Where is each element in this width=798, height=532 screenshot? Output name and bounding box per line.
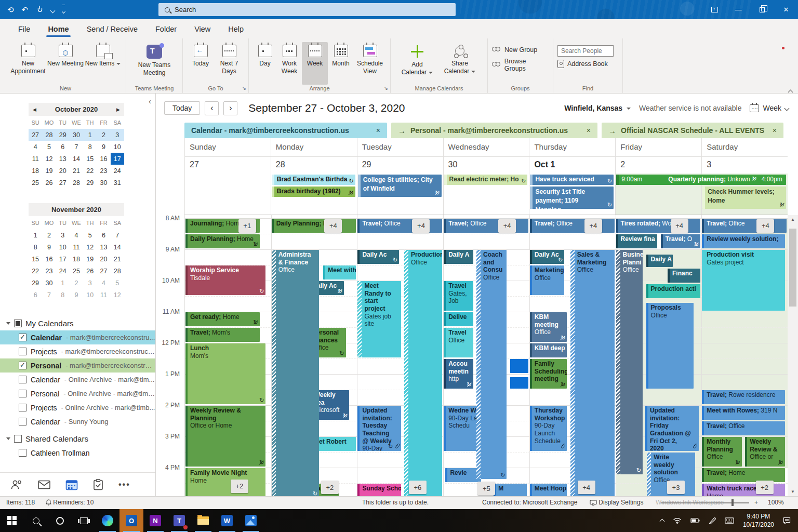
minical-day[interactable]: 31 xyxy=(111,177,124,189)
calendar-event[interactable]: Meet Hoop xyxy=(530,484,567,496)
display-settings-button[interactable]: Display Settings xyxy=(590,499,643,506)
battery-icon[interactable] xyxy=(690,517,700,524)
calendar-tab[interactable]: →Personal - mark@timbercreekconstruction… xyxy=(391,123,597,138)
search-people-input[interactable] xyxy=(557,45,614,57)
calendar-event[interactable]: LunchMom's↻ xyxy=(185,343,265,404)
allday-event[interactable]: Security 1st Title payment; 1109 Manning… xyxy=(530,187,614,209)
allday-event[interactable]: College St utilities; City of Winfield↻ xyxy=(358,175,442,197)
next-month-icon[interactable]: ▶ xyxy=(116,107,120,112)
minical-day[interactable]: 21 xyxy=(111,253,124,265)
calendar-event[interactable]: Revie xyxy=(445,468,481,482)
minical-day[interactable]: 26 xyxy=(42,177,56,189)
minical-day[interactable]: 6 xyxy=(56,141,70,153)
next-week-button[interactable]: › xyxy=(223,101,237,115)
taskbar-outlook[interactable] xyxy=(119,509,143,532)
day-view-button[interactable]: Day xyxy=(253,42,277,85)
tasks-nav-icon[interactable] xyxy=(93,479,103,490)
calendar-event[interactable]: Travel; Mom's xyxy=(185,328,260,342)
calendar-event[interactable]: Get ready; Home↻ xyxy=(185,312,260,326)
tab-home[interactable]: Home xyxy=(39,19,77,38)
new-appointment-button[interactable]: New Appointment xyxy=(9,42,47,85)
minical-day[interactable]: 10 xyxy=(56,241,70,253)
calendar-tab[interactable]: Calendar - mark@timbercreekconstruction.… xyxy=(184,123,387,138)
minical-day[interactable]: 27 xyxy=(56,177,70,189)
calendar-event[interactable]: KBM deep xyxy=(530,343,567,357)
minical-day[interactable]: 2 xyxy=(70,277,83,289)
minical-day[interactable]: 8 xyxy=(29,241,42,253)
taskbar-explorer[interactable] xyxy=(191,509,215,532)
calendar-event[interactable]: Busine PlanniOffice↻ xyxy=(616,250,643,474)
allday-event[interactable]: Brads birthday (1982)↻ xyxy=(272,187,355,197)
calendar-event[interactable]: TravelGates, Job xyxy=(444,281,473,311)
new-items-button[interactable]: New Items xyxy=(84,42,122,85)
calendar-event[interactable]: Coach and ConsuOffice↻ xyxy=(476,250,507,479)
minical-day[interactable]: 23 xyxy=(42,265,56,277)
minical-day[interactable]: 17 xyxy=(56,253,70,265)
undo-icon[interactable]: ↶ xyxy=(22,5,29,15)
calendar-event[interactable]: Meet with xyxy=(323,265,356,280)
calendar-tab[interactable]: →Official NASCAR Schedule - ALL EVENTS× xyxy=(602,123,783,138)
day-header[interactable]: Tuesday xyxy=(357,138,443,156)
minical-day[interactable]: 17 xyxy=(111,153,124,165)
calendar-event[interactable]: Sales & MarketingOffice xyxy=(570,250,615,496)
minical-day[interactable]: 28 xyxy=(70,177,83,189)
calendar-event[interactable]: Weekly Review & PlanningOffice or Home↻ xyxy=(185,406,265,467)
day-header[interactable]: Thursday xyxy=(529,138,615,156)
checkbox[interactable] xyxy=(19,334,26,341)
calendar-list-item[interactable]: Cathleen Trollman xyxy=(0,446,155,460)
checkbox[interactable] xyxy=(19,449,26,457)
minical-day[interactable]: 1 xyxy=(29,229,42,241)
overflow-badge[interactable]: +4 xyxy=(756,219,774,233)
close-button[interactable]: ✕ xyxy=(774,0,798,19)
taskbar-edge[interactable] xyxy=(96,509,119,532)
next-7-days-button[interactable]: Next 7 Days xyxy=(214,42,244,85)
weather-location[interactable]: Winfield, Kansas xyxy=(564,104,631,112)
calendar-event[interactable]: KBM meetingOffice↻ xyxy=(530,312,567,342)
global-search[interactable]: Search xyxy=(158,3,456,16)
calendar-list-item[interactable]: Projects- mark@timbercreekconstructi... xyxy=(0,344,155,358)
calendar-event[interactable]: Review fina xyxy=(616,234,658,248)
reminders-status[interactable]: Reminders: 10 xyxy=(46,499,94,506)
touch-keyboard-icon[interactable] xyxy=(725,517,734,524)
checkbox[interactable] xyxy=(19,376,26,383)
address-book-button[interactable]: Address Book xyxy=(557,60,614,68)
shared-calendars-checkbox[interactable] xyxy=(14,435,22,443)
minical-day[interactable]: 29 xyxy=(83,177,97,189)
month-view-button[interactable]: Month xyxy=(328,42,354,85)
minical-day[interactable]: 24 xyxy=(56,265,70,277)
minical-day[interactable]: 28 xyxy=(111,265,124,277)
time-grid[interactable]: Journaling; HomeDaily Planning; Home↻Wor… xyxy=(184,215,788,496)
minical-day[interactable]: 24 xyxy=(111,165,124,177)
checkbox[interactable] xyxy=(19,404,26,411)
taskbar-clock[interactable]: 9:40 PM 10/17/2020 xyxy=(743,512,774,529)
calendar-event[interactable]: Financ xyxy=(668,269,700,283)
wifi-icon[interactable] xyxy=(673,517,682,524)
work-week-view-button[interactable]: Work Week xyxy=(277,42,302,85)
add-calendar-button[interactable]: Add Calendar xyxy=(400,42,434,85)
minical-day[interactable]: 15 xyxy=(83,153,97,165)
checkbox[interactable] xyxy=(19,348,26,355)
minical-day[interactable]: 20 xyxy=(97,253,110,265)
zoom-slider[interactable] xyxy=(661,502,749,503)
minical-day[interactable]: 29 xyxy=(56,129,70,141)
minical-day[interactable]: 22 xyxy=(83,165,97,177)
minical-day[interactable]: 27 xyxy=(97,265,110,277)
calendar-list-item[interactable]: Calendar- Online Archive - mark@tim... xyxy=(0,373,155,387)
windows-ink-icon[interactable] xyxy=(709,517,716,524)
overflow-badge[interactable]: +4 xyxy=(578,481,595,494)
calendar-list-item[interactable]: Personal- Online Archive - mark@timb... xyxy=(0,387,155,401)
calendar-list-item[interactable]: Calendar- mark@timbercreekconstru... xyxy=(0,330,155,344)
tab-help[interactable]: Help xyxy=(219,19,252,38)
checkbox[interactable] xyxy=(19,362,26,369)
minical-day[interactable]: 27 xyxy=(29,129,42,141)
overflow-badge[interactable]: +2 xyxy=(231,480,248,493)
tab-folder[interactable]: Folder xyxy=(147,19,185,38)
minical-day[interactable]: 1 xyxy=(56,277,70,289)
minical-day[interactable]: 25 xyxy=(70,265,83,277)
minical-day[interactable]: 8 xyxy=(56,289,70,301)
goto-arrow-icon[interactable]: → xyxy=(608,126,616,135)
qat-dropdown-icon[interactable] xyxy=(51,5,55,14)
new-teams-meeting-button[interactable]: New Teams Meeting xyxy=(130,42,178,85)
overflow-badge[interactable]: +3 xyxy=(667,481,685,494)
minical-day[interactable]: 1 xyxy=(83,129,97,141)
